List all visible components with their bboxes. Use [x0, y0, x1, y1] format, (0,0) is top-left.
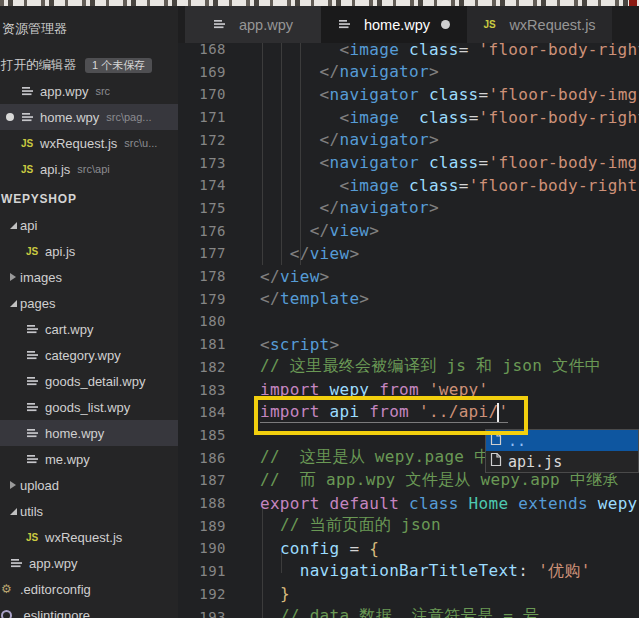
file-name: me.wpy — [45, 452, 90, 467]
js-file-icon: JS — [483, 19, 495, 30]
code-line-content: <navigator class='floor-body-img-li — [260, 153, 639, 172]
open-editors-header[interactable]: 打开的编辑器 1 个未保存 — [1, 52, 152, 78]
open-editors-label: 打开的编辑器 — [1, 57, 76, 74]
code-line-179[interactable]: 179</template> — [178, 287, 369, 310]
open-editor-item-wxRequest.js[interactable]: JSwxRequest.jssrc\u... — [0, 130, 178, 156]
code-line-186[interactable]: 186// 这里是从 wepy.page 中 — [178, 446, 491, 469]
tab-home.wpy[interactable]: home.wpy — [321, 6, 467, 43]
code-line-178[interactable]: 178</view> — [178, 265, 330, 288]
line-number: 192 — [178, 586, 228, 602]
js-file-icon: JS — [26, 246, 38, 257]
line-number: 184 — [178, 404, 228, 420]
eslint-file-icon — [1, 610, 12, 618]
chevron-expanded-icon[interactable] — [0, 300, 20, 307]
open-editor-item-api.js[interactable]: JSapi.jssrc\api — [0, 156, 178, 182]
tree-file-goods_list.wpy[interactable]: goods_list.wpy — [0, 394, 178, 420]
chevron-expanded-icon[interactable] — [0, 508, 20, 515]
code-line-173[interactable]: 173 <navigator class='floor-body-img-li — [178, 151, 639, 174]
tree-file-category.wpy[interactable]: category.wpy — [0, 342, 178, 368]
code-line-190[interactable]: 190 config = { — [178, 537, 379, 560]
js-file-icon: JS — [26, 532, 38, 543]
tree-folder-upload[interactable]: upload — [0, 472, 178, 498]
code-line-176[interactable]: 176 </view> — [178, 219, 379, 242]
tree-file-app.wpy[interactable]: app.wpy — [0, 550, 178, 576]
code-line-169[interactable]: 169 </navigator> — [178, 60, 439, 83]
tree-file-goods_detail.wpy[interactable]: goods_detail.wpy — [0, 368, 178, 394]
recording-dot-icon — [629, 0, 637, 6]
tab-label: wxRequest.js — [509, 17, 595, 33]
code-line-content: </navigator> — [260, 62, 439, 81]
tree-file-.editorconfig[interactable]: ⚙.editorconfig — [0, 576, 178, 602]
file-name: api.js — [40, 162, 70, 177]
clipped-glyphs — [0, 0, 639, 6]
code-line-172[interactable]: 172 </navigator> — [178, 128, 439, 151]
line-number: 178 — [178, 268, 228, 284]
code-line-188[interactable]: 188export default class Home extends wep… — [178, 492, 639, 515]
explorer-title: 资源管理器 — [2, 20, 67, 38]
suggestion-api.js[interactable]: api.js — [486, 451, 638, 472]
modified-dot-icon — [441, 20, 450, 29]
file-name: api.js — [45, 244, 75, 259]
code-line-181[interactable]: 181<script> — [178, 333, 339, 356]
tab-wxRequest.js[interactable]: JSwxRequest.js — [467, 6, 612, 43]
wpy-file-icon — [26, 453, 39, 466]
chevron-collapsed-icon[interactable] — [0, 273, 20, 281]
line-number: 171 — [178, 109, 228, 125]
code-line-175[interactable]: 175 </navigator> — [178, 196, 439, 219]
code-editor[interactable]: 168 <image class= 'floor-body-right-im16… — [178, 43, 639, 618]
code-line-193[interactable]: 193 // data 数据 注意符号是 = 号 — [178, 605, 539, 618]
line-number: 186 — [178, 450, 228, 466]
tree-file-cart.wpy[interactable]: cart.wpy — [0, 316, 178, 342]
file-icon-slot — [26, 375, 45, 388]
line-number: 172 — [178, 132, 228, 148]
line-number: 183 — [178, 382, 228, 398]
file-icon-slot: ⚙ — [1, 583, 20, 595]
line-number: 174 — [178, 177, 228, 193]
code-line-185[interactable]: 185 — [178, 423, 260, 446]
code-line-180[interactable]: 180 — [178, 310, 260, 333]
code-line-189[interactable]: 189 // 当前页面的 json — [178, 514, 441, 537]
suggestion-label: api.js — [508, 453, 562, 471]
project-section-header[interactable]: WEPYSHOP — [1, 186, 77, 212]
code-line-content: <navigator class='floor-body-img-li — [260, 85, 639, 104]
chevron-expanded-icon[interactable] — [0, 222, 20, 229]
wpy-file-icon — [26, 323, 39, 336]
line-number: 180 — [178, 313, 228, 329]
line-number: 170 — [178, 86, 228, 102]
wpy-file-icon — [21, 111, 34, 124]
chevron-collapsed-icon[interactable] — [0, 481, 20, 489]
code-line-191[interactable]: 191 navigationBarTitleText: '优购' — [178, 560, 591, 583]
tree-folder-pages[interactable]: pages — [0, 290, 178, 316]
tree-file-api.js[interactable]: JSapi.js — [0, 238, 178, 264]
file-name: goods_list.wpy — [45, 400, 130, 415]
code-line-182[interactable]: 182// 这里最终会被编译到 js 和 json 文件中 — [178, 355, 601, 378]
code-line-168[interactable]: 168 <image class= 'floor-body-right-im — [178, 43, 639, 61]
tree-file-wxRequest.js[interactable]: JSwxRequest.js — [0, 524, 178, 550]
open-editor-item-app.wpy[interactable]: app.wpysrc — [0, 78, 178, 104]
tree-file-me.wpy[interactable]: me.wpy — [0, 446, 178, 472]
tab-app.wpy[interactable]: app.wpy — [185, 6, 321, 43]
tree-folder-api[interactable]: api — [0, 212, 178, 238]
tab-label: app.wpy — [239, 17, 293, 33]
line-number: 177 — [178, 245, 228, 261]
line-number: 187 — [178, 472, 228, 488]
tree-folder-images[interactable]: images — [0, 264, 178, 290]
code-line-171[interactable]: 171 <image class='floor-body-right-i — [178, 106, 639, 129]
tree-folder-utils[interactable]: utils — [0, 498, 178, 524]
unsaved-badge: 1 个未保存 — [85, 58, 152, 73]
tree-file-home.wpy[interactable]: home.wpy — [0, 420, 178, 446]
open-editor-item-home.wpy[interactable]: home.wpysrc\pag... — [0, 104, 178, 130]
code-line-content: </view> — [260, 221, 379, 240]
code-line-174[interactable]: 174 <image class='floor-body-right-im — [178, 174, 639, 197]
file-icon-slot: JS — [26, 532, 45, 543]
code-line-170[interactable]: 170 <navigator class='floor-body-img-li — [178, 83, 639, 106]
tree-file-.eslintignore[interactable]: .eslintignore — [0, 602, 178, 618]
file-name: home.wpy — [40, 110, 99, 125]
code-line-192[interactable]: 192 } — [178, 582, 290, 605]
file-icon-slot — [10, 557, 29, 570]
code-line-177[interactable]: 177 </view> — [178, 242, 359, 265]
file-name: cart.wpy — [45, 322, 93, 337]
file-icon-slot — [1, 610, 20, 618]
file-name: category.wpy — [45, 348, 121, 363]
code-line-content: <image class='floor-body-right-i — [260, 108, 639, 127]
